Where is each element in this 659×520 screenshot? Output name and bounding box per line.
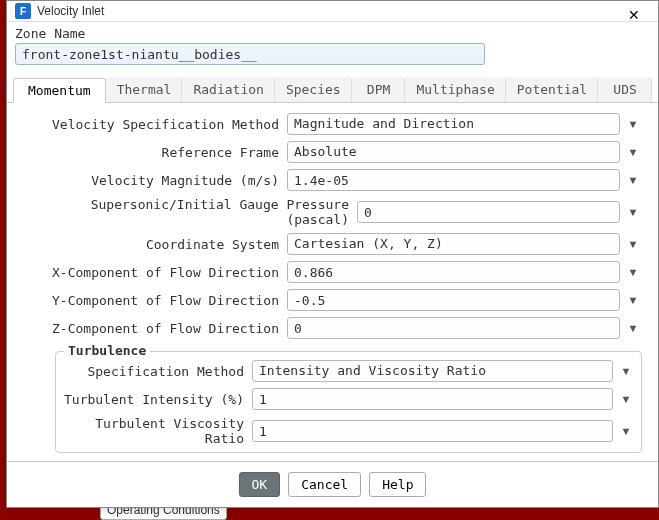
close-icon[interactable]: ✕: [614, 1, 654, 29]
x-component-input[interactable]: [287, 261, 620, 283]
tab-species[interactable]: Species: [275, 77, 352, 102]
chevron-down-icon[interactable]: ▼: [624, 238, 642, 250]
help-button[interactable]: Help: [369, 472, 426, 497]
turb-viscosity-ratio-label: Turbulent Viscosity Ratio: [62, 416, 248, 446]
button-bar: OK Cancel Help: [7, 461, 658, 507]
reference-frame-label: Reference Frame: [23, 145, 283, 160]
chevron-down-icon[interactable]: ▼: [617, 425, 635, 437]
coordinate-system-select[interactable]: Cartesian (X, Y, Z): [287, 233, 620, 255]
coordinate-system-label: Coordinate System: [23, 237, 283, 252]
app-icon: F: [15, 3, 31, 19]
velocity-magnitude-input[interactable]: [287, 169, 620, 191]
reference-frame-select[interactable]: Absolute: [287, 141, 620, 163]
chevron-down-icon[interactable]: ▼: [624, 206, 642, 218]
zone-name-label: Zone Name: [15, 26, 650, 41]
zone-name-input[interactable]: [15, 43, 485, 65]
tab-radiation[interactable]: Radiation: [182, 77, 274, 102]
tab-uds[interactable]: UDS: [598, 77, 652, 102]
tab-potential[interactable]: Potential: [506, 77, 598, 102]
tab-dpm[interactable]: DPM: [352, 77, 406, 102]
velocity-inlet-dialog: F Velocity Inlet ✕ Zone Name Momentum Th…: [6, 0, 659, 508]
chevron-down-icon[interactable]: ▼: [624, 118, 642, 130]
z-component-label: Z-Component of Flow Direction: [23, 321, 283, 336]
y-component-input[interactable]: [287, 289, 620, 311]
turbulence-frame: Turbulence Specification Method Intensit…: [55, 351, 642, 453]
velocity-magnitude-label: Velocity Magnitude (m/s): [23, 173, 283, 188]
velocity-spec-method-label: Velocity Specification Method: [23, 117, 283, 132]
tab-thermal[interactable]: Thermal: [106, 77, 183, 102]
supersonic-pressure-input[interactable]: [357, 201, 620, 223]
velocity-spec-method-select[interactable]: Magnitude and Direction: [287, 113, 620, 135]
dialog-title: Velocity Inlet: [37, 4, 104, 18]
chevron-down-icon[interactable]: ▼: [624, 266, 642, 278]
turb-viscosity-ratio-input[interactable]: [252, 420, 613, 442]
chevron-down-icon[interactable]: ▼: [624, 322, 642, 334]
y-component-label: Y-Component of Flow Direction: [23, 293, 283, 308]
tab-momentum[interactable]: Momentum: [13, 78, 106, 103]
z-component-input[interactable]: [287, 317, 620, 339]
tabs-row: Momentum Thermal Radiation Species DPM M…: [7, 77, 658, 103]
chevron-down-icon[interactable]: ▼: [617, 365, 635, 377]
supersonic-pressure-label: Supersonic/Initial Gauge Pressure (pasca…: [23, 197, 353, 227]
chevron-down-icon[interactable]: ▼: [624, 294, 642, 306]
turb-intensity-label: Turbulent Intensity (%): [62, 392, 248, 407]
cancel-button[interactable]: Cancel: [288, 472, 361, 497]
tab-multiphase[interactable]: Multiphase: [405, 77, 505, 102]
zone-section: Zone Name: [7, 22, 658, 73]
turb-spec-method-select[interactable]: Intensity and Viscosity Ratio: [252, 360, 613, 382]
chevron-down-icon[interactable]: ▼: [624, 146, 642, 158]
titlebar: F Velocity Inlet ✕: [7, 1, 658, 22]
turbulence-title: Turbulence: [64, 343, 150, 358]
momentum-form: Velocity Specification Method Magnitude …: [7, 103, 658, 461]
ok-button[interactable]: OK: [239, 472, 281, 497]
turb-intensity-input[interactable]: [252, 388, 613, 410]
chevron-down-icon[interactable]: ▼: [617, 393, 635, 405]
x-component-label: X-Component of Flow Direction: [23, 265, 283, 280]
turb-spec-method-label: Specification Method: [62, 364, 248, 379]
chevron-down-icon[interactable]: ▼: [624, 174, 642, 186]
